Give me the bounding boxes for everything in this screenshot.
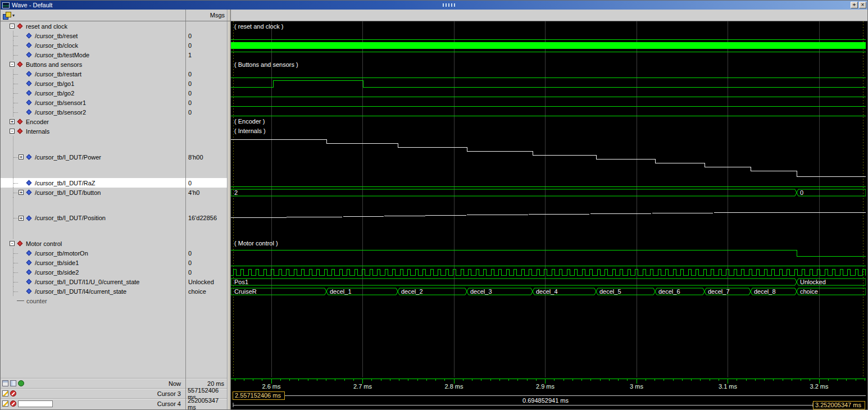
- tree-row-cursor-tb-testmode[interactable]: /cursor_tb/testMode: [1, 50, 185, 60]
- expand-toggle-icon[interactable]: +: [19, 216, 24, 221]
- tree-row-cursor-tb-i-dut-i1-u-0-current-state[interactable]: /cursor_tb/I_DUT/I1/U_0/current_state: [1, 277, 185, 286]
- tree-row-cursor-tb-side1[interactable]: /cursor_tb/side1: [1, 258, 185, 267]
- tree-row-cursor-tb-i-dut-position[interactable]: +/cursor_tb/I_DUT/Position: [1, 197, 185, 239]
- column-header-row: ▾ Msgs: [1, 10, 867, 21]
- signal-diamond-icon: [26, 250, 32, 256]
- signal-label: /cursor_tb/restart: [35, 71, 81, 78]
- signal-label: /cursor_tb/testMode: [35, 52, 89, 58]
- main_state-value-label: decel_3: [470, 288, 492, 295]
- wave-toolbox-icon[interactable]: [3, 12, 11, 19]
- divider-line: [17, 300, 24, 301]
- delete-cursor-icon[interactable]: [10, 400, 16, 407]
- window-title: Wave - Default: [12, 2, 52, 8]
- main_state-value-label: decel_1: [330, 288, 352, 295]
- signal-label: /cursor_tb/sensor1: [35, 99, 86, 106]
- value-cell: 0: [186, 79, 227, 88]
- expand-toggle-icon[interactable]: +: [19, 190, 24, 195]
- cursor-delta-label: 0.694852941 ms: [522, 397, 569, 404]
- cursor4-value-row: 252005347 ms: [186, 398, 227, 408]
- tree-row-cursor-tb-i-dut-i4-current-state[interactable]: /cursor_tb/I_DUT/I4/current_state: [1, 286, 185, 296]
- tree-row-cursor-tb-i-dut-button[interactable]: +/cursor_tb/I_DUT/button: [1, 188, 185, 197]
- expand-toggle-icon[interactable]: -: [10, 62, 15, 67]
- wave-group-label: ( Internals ): [234, 127, 266, 134]
- value-cell: [186, 239, 227, 248]
- tree-row-cursor-tb-i-dut-power[interactable]: +/cursor_tb/I_DUT/Power: [1, 136, 185, 178]
- signal-label: /cursor_tb/I_DUT/I1/U_0/current_state: [35, 279, 139, 285]
- tree-row-motor-control[interactable]: -Motor control: [1, 239, 185, 248]
- tree-connector: [10, 50, 19, 60]
- tree-row-cursor-tb-go1[interactable]: /cursor_tb/go1: [1, 79, 185, 88]
- select-mode-icon[interactable]: [2, 380, 8, 386]
- wave-group-label: ( Encoder ): [234, 118, 265, 125]
- cursor3-row[interactable]: Cursor 3: [1, 388, 185, 398]
- close-button[interactable]: ×: [859, 2, 866, 8]
- timeline-label: 3.1 ms: [719, 383, 738, 390]
- tree-connector: [10, 136, 19, 178]
- value-cell: Unlocked: [186, 277, 227, 286]
- expand-toggle-icon[interactable]: -: [10, 129, 15, 134]
- lock_state-bus-segment: [231, 279, 797, 285]
- tree-row-buttons-and-sensors[interactable]: -Buttons and sensors: [1, 60, 185, 69]
- value-cell: 0: [186, 40, 227, 50]
- values-column-header: Msgs: [186, 10, 228, 21]
- timeline-label: 2.7 ms: [353, 383, 372, 390]
- tree-row-encoder[interactable]: +Encoder: [1, 117, 185, 126]
- value-cell: [186, 117, 227, 126]
- cursor4-row[interactable]: Cursor 4: [1, 398, 185, 408]
- timeline-label: 2.6 ms: [262, 383, 281, 390]
- tree-row-cursor-tb-clock[interactable]: /cursor_tb/clock: [1, 40, 185, 50]
- signal-diamond-icon: [26, 81, 32, 86]
- expand-toggle-icon[interactable]: -: [10, 24, 15, 29]
- signal-diamond-icon: [26, 279, 32, 285]
- titlebar[interactable]: Wave - Default + ×: [1, 1, 867, 10]
- tree-connector: [10, 98, 19, 107]
- signal-diamond-icon: [26, 270, 32, 275]
- delete-cursor-icon[interactable]: [10, 390, 16, 397]
- main_state-value-label: decel_8: [754, 288, 776, 295]
- tree-row-cursor-tb-restart[interactable]: /cursor_tb/restart: [1, 69, 185, 79]
- titlebar-splitter-handle[interactable]: [443, 3, 456, 7]
- tree-row-internals[interactable]: -Internals: [1, 126, 185, 136]
- signal-diamond-icon: [26, 110, 32, 115]
- tree-row-counter[interactable]: counter: [1, 296, 185, 306]
- value-cell: 0: [186, 31, 227, 40]
- group-label: Buttons and sensors: [26, 61, 82, 68]
- dropdown-arrow-icon[interactable]: ▾: [12, 13, 15, 18]
- group-diamond-icon: [17, 129, 23, 134]
- signal-label: /cursor_tb/sensor2: [35, 109, 86, 116]
- cursor-name-edit-field[interactable]: [18, 400, 53, 407]
- add-cursor-icon[interactable]: [18, 380, 24, 386]
- expand-toggle-icon[interactable]: +: [19, 154, 24, 160]
- expand-toggle-icon[interactable]: +: [10, 119, 15, 124]
- tree-connector: [10, 277, 19, 286]
- signal-diamond-icon: [26, 43, 32, 48]
- tree-connector: [10, 79, 19, 88]
- tree-row-cursor-tb-motoron[interactable]: /cursor_tb/motorOn: [1, 248, 185, 258]
- signal-label: /cursor_tb/clock: [35, 42, 78, 49]
- rename-cursor-icon[interactable]: [2, 400, 8, 407]
- button-value-label: 0: [800, 189, 803, 196]
- expand-toggle-icon[interactable]: -: [10, 241, 15, 246]
- tree-row-cursor-tb-sensor2[interactable]: /cursor_tb/sensor2: [1, 107, 185, 117]
- signal-diamond-icon: [26, 180, 32, 186]
- timeline-label: 2.8 ms: [444, 383, 463, 390]
- group-diamond-icon: [17, 241, 23, 247]
- tree-row-cursor-tb-i-dut-raz[interactable]: /cursor_tb/I_DUT/RaZ: [1, 178, 185, 188]
- tree-row-cursor-tb-sensor1[interactable]: /cursor_tb/sensor1: [1, 98, 185, 107]
- tree-row-cursor-tb-side2[interactable]: /cursor_tb/side2: [1, 267, 185, 277]
- tree-connector: [10, 88, 19, 98]
- edit-mode-icon[interactable]: [10, 380, 16, 386]
- rename-cursor-icon[interactable]: [2, 390, 8, 397]
- tree-row-cursor-tb-go2[interactable]: /cursor_tb/go2: [1, 88, 185, 98]
- signal-label: /cursor_tb/go2: [35, 90, 74, 97]
- wave-canvas[interactable]: 20Pos1UnlockedCruiseRdecel_1decel_2decel…: [231, 21, 867, 409]
- button-bus-segment: [231, 189, 797, 196]
- tree-connector: [10, 248, 19, 258]
- value-cell: 0: [186, 107, 227, 117]
- tree-row-cursor-tb-reset[interactable]: /cursor_tb/reset: [1, 31, 185, 40]
- wave-group-label: ( reset and clock ): [234, 23, 283, 30]
- undock-button[interactable]: +: [851, 2, 858, 8]
- wave-body: -reset and clock/cursor_tb/reset/cursor_…: [1, 21, 867, 409]
- tree-row-reset-and-clock[interactable]: -reset and clock: [1, 21, 185, 31]
- tree-connector: [10, 107, 19, 117]
